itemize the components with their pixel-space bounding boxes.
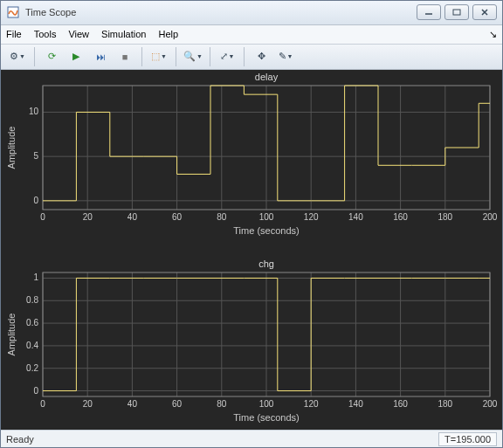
svg-text:0: 0: [40, 212, 45, 222]
svg-text:20: 20: [83, 212, 93, 222]
menu-simulation[interactable]: Simulation: [101, 29, 146, 39]
svg-text:100: 100: [259, 212, 274, 222]
svg-text:1: 1: [33, 272, 38, 282]
svg-text:Amplitude: Amplitude: [6, 127, 17, 169]
measure-button[interactable]: ✎▼: [274, 45, 297, 68]
svg-text:0.8: 0.8: [26, 295, 38, 305]
maximize-button[interactable]: [444, 4, 469, 20]
menu-tools[interactable]: Tools: [34, 29, 57, 39]
svg-text:0.4: 0.4: [26, 341, 38, 350]
svg-text:160: 160: [393, 212, 408, 222]
svg-text:180: 180: [438, 399, 452, 409]
minimize-button[interactable]: [417, 4, 441, 20]
stop-icon: ■: [122, 52, 128, 62]
toolbar-separator: [34, 47, 35, 66]
menu-file[interactable]: File: [6, 29, 22, 39]
svg-text:0: 0: [33, 386, 38, 396]
svg-rect-2: [453, 10, 460, 15]
svg-text:0: 0: [40, 399, 45, 409]
step-icon: ⏭: [96, 52, 106, 62]
settings-button[interactable]: ⚙▼: [6, 45, 29, 68]
svg-text:200: 200: [483, 399, 498, 409]
autoscale-icon: ⤢: [220, 51, 228, 62]
ruler-icon: ✎: [279, 51, 286, 62]
svg-text:0.2: 0.2: [26, 363, 38, 373]
svg-text:40: 40: [127, 212, 138, 222]
svg-text:chg: chg: [258, 258, 274, 269]
svg-text:0.6: 0.6: [26, 318, 38, 327]
status-time: T=195.000: [438, 432, 497, 446]
cursor-icon: ✥: [258, 51, 265, 62]
cursor-button[interactable]: ✥: [250, 45, 272, 68]
svg-text:Amplitude: Amplitude: [6, 314, 17, 356]
svg-text:Time (seconds): Time (seconds): [233, 225, 299, 236]
autoscale-button[interactable]: ⤢▼: [216, 45, 238, 68]
zoom-icon: 🔍: [183, 51, 196, 62]
svg-text:Time (seconds): Time (seconds): [233, 412, 299, 423]
svg-text:5: 5: [33, 151, 38, 161]
svg-text:160: 160: [393, 399, 408, 409]
run-button[interactable]: ▶: [65, 45, 87, 68]
app-window: Time Scope File Tools View Simulation He…: [0, 0, 503, 448]
zoom-button[interactable]: 🔍▼: [182, 45, 204, 68]
toolbar-separator: [244, 47, 245, 66]
svg-text:140: 140: [348, 399, 363, 409]
restart-icon: ⟳: [48, 51, 56, 62]
svg-text:60: 60: [172, 212, 183, 222]
svg-text:delay: delay: [255, 72, 279, 82]
svg-text:80: 80: [217, 212, 227, 222]
plot-area[interactable]: delay0204060801001201401601802000510Time…: [1, 70, 502, 430]
svg-text:20: 20: [83, 399, 93, 409]
menu-dock-icon[interactable]: ↘: [489, 29, 497, 40]
svg-text:120: 120: [304, 399, 319, 409]
svg-text:100: 100: [259, 399, 274, 409]
svg-text:10: 10: [29, 107, 39, 116]
toolbar-separator: [210, 47, 210, 66]
stop-button[interactable]: ■: [114, 45, 136, 68]
svg-text:120: 120: [304, 212, 319, 222]
menu-view[interactable]: View: [68, 29, 89, 39]
status-bar: Ready T=195.000: [1, 430, 502, 447]
svg-text:80: 80: [217, 399, 227, 409]
restart-button[interactable]: ⟳: [40, 45, 63, 68]
window-title: Time Scope: [25, 7, 413, 17]
svg-text:140: 140: [348, 212, 363, 222]
status-text: Ready: [6, 434, 34, 445]
menu-help[interactable]: Help: [158, 29, 178, 39]
svg-text:200: 200: [483, 212, 498, 222]
title-bar[interactable]: Time Scope: [1, 1, 502, 25]
step-forward-button[interactable]: ⏭: [89, 45, 112, 68]
toolbar: ⚙▼ ⟳ ▶ ⏭ ■ ⬚▼ 🔍▼ ⤢▼ ✥ ✎▼: [1, 45, 502, 71]
svg-text:60: 60: [172, 399, 183, 409]
app-icon: [6, 5, 20, 19]
toolbar-separator: [176, 47, 176, 66]
gear-icon: ⚙: [10, 51, 18, 62]
close-button[interactable]: [472, 4, 497, 20]
menu-bar: File Tools View Simulation Help ↘: [1, 25, 502, 45]
svg-text:0: 0: [33, 196, 38, 205]
play-icon: ▶: [72, 51, 79, 62]
highlight-icon: ⬚: [151, 51, 160, 62]
highlight-button[interactable]: ⬚▼: [148, 45, 170, 68]
svg-text:40: 40: [127, 399, 138, 409]
toolbar-separator: [141, 47, 142, 66]
svg-text:180: 180: [438, 212, 452, 222]
